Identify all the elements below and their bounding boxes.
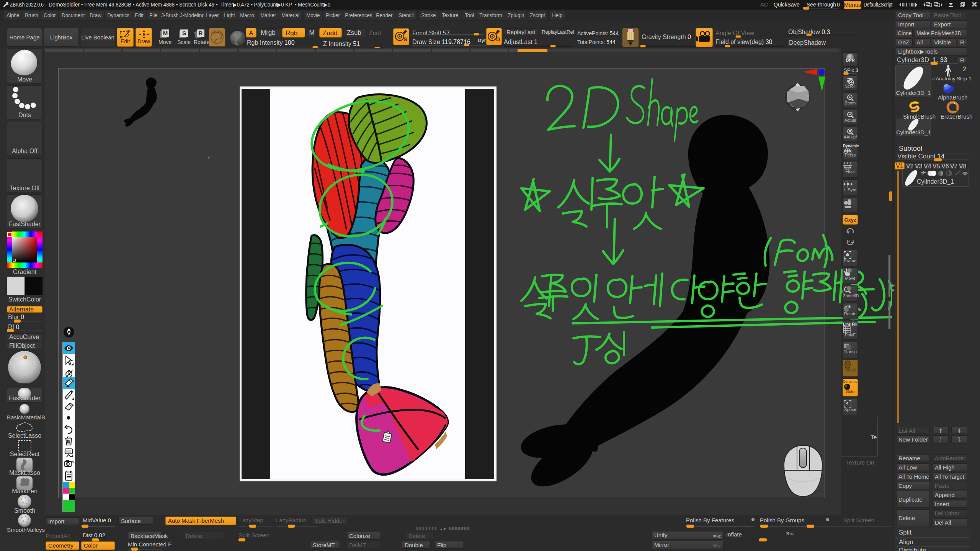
svg-text:z: z <box>848 239 850 243</box>
svg-text:S: S <box>403 36 407 42</box>
svg-text:D: D <box>496 36 500 42</box>
